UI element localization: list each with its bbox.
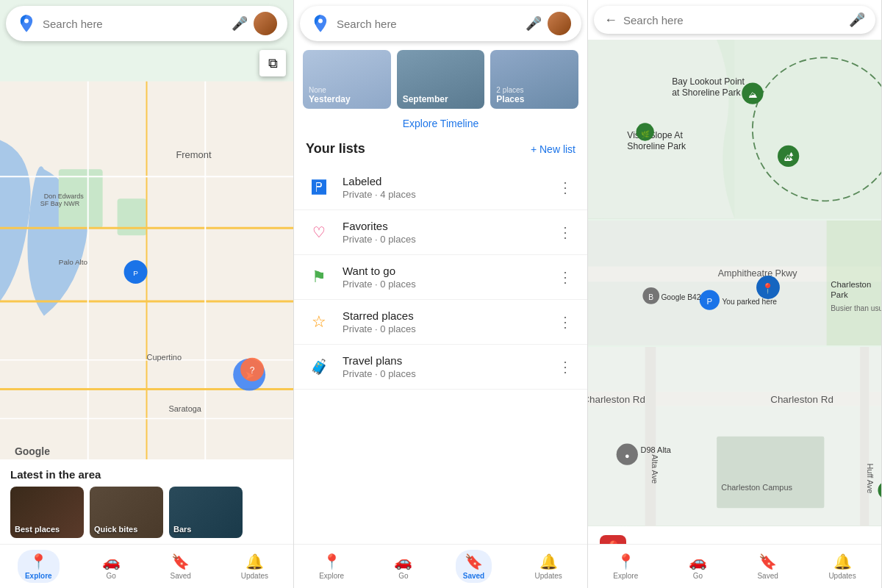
svg-text:at Shoreline Park: at Shoreline Park [672,87,741,98]
left-nav-explore-label: Explore [25,572,52,580]
left-nav-updates[interactable]: 🔔 Updates [234,550,276,583]
new-list-button[interactable]: + New list [531,143,576,155]
svg-text:Fremont: Fremont [176,149,212,160]
right-nav-explore[interactable]: 📍 Explore [606,550,645,583]
right-nav-updates[interactable]: 🔔 Updates [821,550,863,583]
svg-text:Amphitheatre Pkwy: Amphitheatre Pkwy [718,268,797,279]
svg-text:🏕: 🏕 [784,152,794,162]
right-bottom-nav: 📍 Explore 🚗 Go 🔖 Saved 🔔 Updates [588,544,881,588]
svg-text:Busier than usual: Busier than usual [831,304,881,312]
list-icon-want-to-go: ⚑ [306,264,332,290]
svg-text:Don Edwards: Don Edwards [44,193,84,200]
left-nav-go-icon: 🚗 [102,553,121,570]
timeline-yesterday-label: Yesterday [309,94,351,104]
left-nav-explore-icon: 📍 [29,553,48,570]
right-map-chunk-3: Charleston Rd Charleston Rd Alta Ave Huf… [588,347,881,526]
right-nav-go-label: Go [693,572,703,580]
mid-nav-go-label: Go [398,572,408,580]
right-map-chunk-2: Amphitheatre Pkwy 📍 P You parked here B … [588,220,881,346]
list-info-travel: Travel plans Private · 0 places [343,354,545,379]
left-avatar[interactable] [254,12,277,35]
list-item-favorites[interactable]: ♡ Favorites Private · 0 places ⋮ [294,210,587,255]
right-nav-saved[interactable]: 🔖 Saved [750,550,785,583]
google-maps-logo-left [16,13,37,34]
right-nav-updates-icon: 🔔 [833,553,852,570]
timeline-card-september[interactable]: September [397,50,485,109]
list-sub-want-to-go: Private · 0 places [343,279,545,290]
left-nav-go[interactable]: 🚗 Go [95,550,128,583]
list-more-labeled[interactable]: ⋮ [555,176,576,199]
left-nav-saved-label: Saved [170,572,190,580]
latest-card-2[interactable]: Bars [169,487,243,538]
list-item-travel[interactable]: 🧳 Travel plans Private · 0 places ⋮ [294,345,587,390]
mid-nav-updates[interactable]: 🔔 Updates [528,550,570,583]
list-more-want-to-go[interactable]: ⋮ [555,265,576,289]
latest-card-2-label: Bars [173,525,191,534]
svg-text:Vista Slope At: Vista Slope At [627,130,683,140]
svg-text:?: ? [250,365,255,376]
svg-text:P: P [707,296,713,305]
svg-text:Palo Alto: Palo Alto [59,258,88,266]
list-more-travel[interactable]: ⋮ [555,355,576,379]
svg-rect-66 [717,437,824,508]
left-nav-explore[interactable]: 📍 Explore [18,550,60,583]
svg-text:Shoreline Park: Shoreline Park [627,141,686,151]
mid-nav-explore[interactable]: 📍 Explore [312,550,351,583]
left-panel: 🎤 Fremont Palo Alto Cupertin [0,0,294,588]
right-back-icon[interactable]: ← [604,12,617,28]
svg-text:You parked here: You parked here [722,297,777,305]
left-nav-saved[interactable]: 🔖 Saved [162,550,198,583]
latest-title: Latest in the area [10,468,283,481]
mid-nav-explore-icon: 📍 [323,553,341,570]
svg-text:Google: Google [15,445,50,457]
explore-timeline-link[interactable]: Explore Timeline [294,109,587,138]
list-items-container: 🅿 Labeled Private · 4 places ⋮ ♡ Favorit… [294,165,587,544]
right-panel: ← 🎤 ⛰ 🏕 Bay Lookout Point at Shoreline P… [588,0,882,588]
list-info-want-to-go: Want to go Private · 0 places [343,265,545,290]
left-search-bar[interactable]: 🎤 [6,6,287,41]
latest-card-0[interactable]: Best places [10,487,84,538]
svg-text:Google B42: Google B42 [661,293,700,301]
svg-point-26 [318,19,323,24]
middle-search-bar[interactable]: 🎤 [300,6,581,41]
layers-button[interactable]: ⧉ [259,50,286,76]
your-lists-title: Your lists [306,141,365,157]
list-item-labeled[interactable]: 🅿 Labeled Private · 4 places ⋮ [294,165,587,210]
svg-text:Charleston Rd: Charleston Rd [770,394,833,405]
mid-nav-updates-icon: 🔔 [539,553,558,570]
left-mic-icon[interactable]: 🎤 [232,15,248,32]
mid-nav-go[interactable]: 🚗 Go [387,550,420,583]
list-more-favorites[interactable]: ⋮ [555,220,576,244]
list-icon-travel: 🧳 [306,354,332,380]
list-item-starred[interactable]: ☆ Starred places Private · 0 places ⋮ [294,300,587,345]
list-item-want-to-go[interactable]: ⚑ Want to go Private · 0 places ⋮ [294,255,587,300]
svg-text:Huff Ave: Huff Ave [866,464,875,494]
svg-rect-59 [645,347,656,526]
svg-text:SF Bay NWR: SF Bay NWR [40,200,80,207]
middle-search-input[interactable] [337,18,520,30]
right-search-input[interactable] [623,14,843,26]
latest-card-1[interactable]: Quick bites [90,487,163,538]
mid-nav-saved[interactable]: 🔖 Saved [456,550,492,583]
list-sub-favorites: Private · 0 places [343,234,545,245]
list-sub-travel: Private · 0 places [343,368,545,379]
svg-text:Charleston Campus: Charleston Campus [721,483,792,492]
timeline-scroll: None Yesterday September 2 places Places [294,50,587,109]
latest-card-1-label: Quick bites [94,525,137,534]
timeline-card-yesterday[interactable]: None Yesterday [303,50,391,109]
timeline-card-places[interactable]: 2 places Places [490,50,578,109]
right-search-bar[interactable]: ← 🎤 [594,6,875,34]
middle-panel: 🎤 None Yesterday September 2 places Plac… [294,0,588,588]
middle-mic-icon[interactable]: 🎤 [526,15,542,32]
list-info-labeled: Labeled Private · 4 places [343,175,545,200]
right-nav-go[interactable]: 🚗 Go [681,550,714,583]
svg-text:D98 Alta: D98 Alta [641,445,672,454]
list-more-starred[interactable]: ⋮ [555,310,576,334]
svg-text:⛰: ⛰ [748,90,757,100]
right-mic-icon[interactable]: 🎤 [849,12,865,28]
left-nav-saved-icon: 🔖 [171,553,190,570]
timeline-september-label: September [403,94,448,104]
svg-text:Park: Park [831,290,848,298]
left-search-input[interactable] [43,18,226,30]
middle-avatar[interactable] [548,12,571,35]
